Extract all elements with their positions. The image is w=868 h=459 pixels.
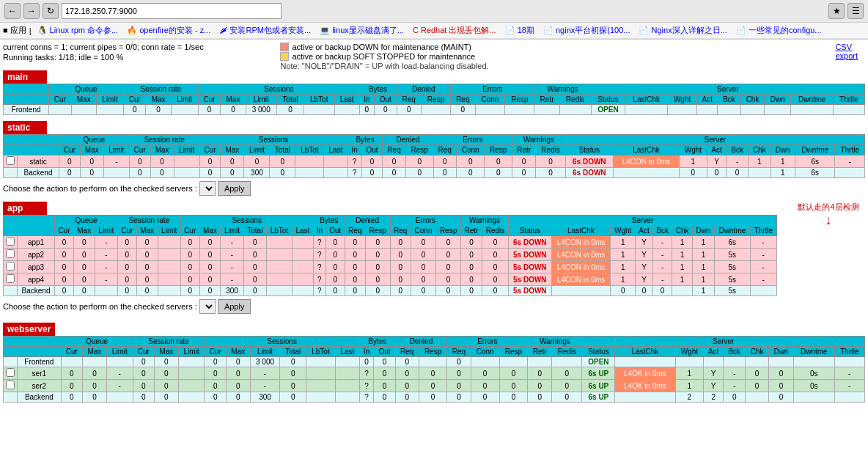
app-be-bout: 0 bbox=[326, 286, 345, 296]
ser2-chk: 0 bbox=[746, 380, 768, 392]
s-d-resp: 0 bbox=[405, 155, 433, 168]
ws-sh-dreq: Req bbox=[395, 347, 419, 357]
ser1-checkbox[interactable] bbox=[6, 368, 15, 377]
th-q-max: Max bbox=[71, 95, 96, 105]
app2-bck: - bbox=[652, 249, 672, 261]
th-sslimit: Limit bbox=[244, 145, 270, 155]
app3-bck: - bbox=[652, 261, 672, 273]
bookmark-nginx1[interactable]: 📄 nginx平台初探(100... bbox=[540, 24, 633, 37]
ws-sh-ereq: Req bbox=[447, 347, 471, 357]
static-apply-button[interactable]: Apply bbox=[218, 181, 251, 196]
app3-checkbox[interactable] bbox=[6, 262, 15, 271]
app3-thrtle: - bbox=[750, 261, 776, 273]
ws-sub-header: Cur Max Limit Cur Max Limit Cur Max Limi… bbox=[4, 347, 865, 357]
sbe-s-max: 0 bbox=[221, 168, 244, 178]
app-be-scur: 0 bbox=[180, 286, 199, 296]
app1-checkbox[interactable] bbox=[6, 237, 15, 246]
s-sr-limit bbox=[174, 155, 199, 168]
app-sh-act: Act bbox=[636, 226, 653, 236]
app2-cb[interactable] bbox=[4, 249, 18, 261]
csv-export-link[interactable]: CSV export bbox=[835, 43, 858, 60]
main-fe-thrtle bbox=[833, 105, 864, 115]
app1-ereq: 0 bbox=[390, 236, 411, 249]
th-wght: Wght bbox=[668, 95, 697, 105]
main-fe-d-resp bbox=[421, 105, 450, 115]
bookmark-linux-rpm[interactable]: 🐧 Linux rpm 命令参... bbox=[34, 24, 122, 37]
ws-be-bin: ? bbox=[359, 392, 373, 403]
ws-fe-name: Frontend bbox=[18, 357, 62, 367]
bookmark-star[interactable]: ★ bbox=[828, 3, 845, 19]
app-th-e: Errors bbox=[390, 216, 460, 226]
main-fe-bck bbox=[718, 105, 740, 115]
s-wght: 1 bbox=[680, 155, 707, 168]
ser2-wght: 1 bbox=[675, 380, 704, 392]
bookmark-rpm[interactable]: 🌶 安装RPM包或者安装... bbox=[216, 24, 314, 37]
section-app-header: app bbox=[3, 202, 47, 215]
static-action-select[interactable] bbox=[199, 181, 216, 196]
ser2-eresp: 0 bbox=[499, 380, 528, 392]
ws-sh-smax: Max bbox=[226, 347, 250, 357]
app2-checkbox[interactable] bbox=[6, 249, 15, 258]
app-be-qlimit bbox=[95, 286, 117, 296]
ser2-dwn: 0 bbox=[768, 380, 793, 392]
s-sr-cur: 0 bbox=[129, 155, 150, 168]
ser1-qcur: 0 bbox=[61, 367, 82, 380]
ws-be-name: Backend bbox=[18, 392, 62, 403]
bookmark-nginx2[interactable]: 📄 Nginx深入详解之日... bbox=[636, 24, 729, 37]
ser2-smax: 0 bbox=[226, 380, 250, 392]
app-apply-button[interactable]: Apply bbox=[218, 299, 251, 314]
th-session-rate: Session rate bbox=[123, 84, 198, 95]
ws-th-sr: Session rate bbox=[133, 337, 205, 347]
app2-wght: 1 bbox=[611, 249, 636, 261]
ws-be-srlimit bbox=[178, 392, 205, 403]
app4-cb[interactable] bbox=[4, 273, 18, 286]
th-swredis: Redis bbox=[536, 145, 565, 155]
app-sub-header: Cur Max Limit Cur Max Limit Cur Max Limi… bbox=[4, 226, 777, 236]
app4-thrtle: - bbox=[750, 273, 776, 286]
app3-status: 5s DOWN bbox=[509, 261, 551, 273]
sbe-b-out: 0 bbox=[361, 168, 383, 178]
bookmark-linux-disk[interactable]: 💻 linux显示磁盘满了... bbox=[317, 24, 407, 37]
app4-wretr: 0 bbox=[461, 273, 482, 286]
app-be-wredis: 0 bbox=[482, 286, 508, 296]
ws-sh-bck: Bck bbox=[724, 347, 746, 357]
bookmark-config[interactable]: 📄 一些常见的configu... bbox=[733, 24, 825, 37]
ser2-checkbox[interactable] bbox=[6, 381, 15, 389]
main-fe-dwntme bbox=[791, 105, 834, 115]
back-button[interactable]: ← bbox=[4, 3, 21, 19]
main-fe-act bbox=[697, 105, 718, 115]
ws-sh-bin: In bbox=[359, 347, 373, 357]
app-th-srv: Server bbox=[509, 216, 777, 226]
app-be-slbtot bbox=[266, 286, 292, 296]
refresh-button[interactable]: ↻ bbox=[43, 3, 59, 19]
app-be-status: 5s DOWN bbox=[509, 286, 551, 296]
app-sh-n bbox=[18, 226, 55, 236]
static-server-cb[interactable] bbox=[4, 155, 18, 168]
bookmark-openfire[interactable]: 🔥 openfire的安装 - z... bbox=[124, 24, 213, 37]
app3-cb[interactable] bbox=[4, 261, 18, 273]
main-fe-e-req: 0 bbox=[451, 105, 475, 115]
ws-be-dreq: 0 bbox=[395, 392, 419, 403]
ws-be-cb bbox=[4, 392, 18, 403]
ser2-cb[interactable] bbox=[4, 380, 18, 392]
top-info: current conns = 1; current pipes = 0/0; … bbox=[3, 43, 865, 70]
ser1-cb[interactable] bbox=[4, 367, 18, 380]
ws-fe-eresp bbox=[499, 357, 528, 367]
th-server: Server bbox=[591, 84, 864, 95]
forward-button[interactable]: → bbox=[23, 3, 40, 19]
static-server-checkbox[interactable] bbox=[6, 156, 15, 165]
address-bar[interactable] bbox=[62, 3, 282, 19]
th-sdwn: Dwn bbox=[770, 145, 795, 155]
app-annotation-arrow: ↓ bbox=[792, 213, 865, 228]
app1-cb[interactable] bbox=[4, 236, 18, 249]
app-action-select[interactable] bbox=[199, 299, 216, 314]
bookmark-18qi[interactable]: 📄 18期 bbox=[502, 24, 537, 37]
app4-checkbox[interactable] bbox=[6, 274, 15, 283]
bookmark-redhat[interactable]: C Redhat 出现丢包解... bbox=[410, 24, 499, 37]
menu-button[interactable]: ☰ bbox=[847, 3, 864, 19]
ws-be-wght: 2 bbox=[675, 392, 704, 403]
app-be-slimit: 300 bbox=[221, 286, 243, 296]
app2-slimit: - bbox=[221, 249, 243, 261]
app1-srlimit bbox=[158, 236, 180, 249]
th-e-req: Req bbox=[451, 95, 475, 105]
